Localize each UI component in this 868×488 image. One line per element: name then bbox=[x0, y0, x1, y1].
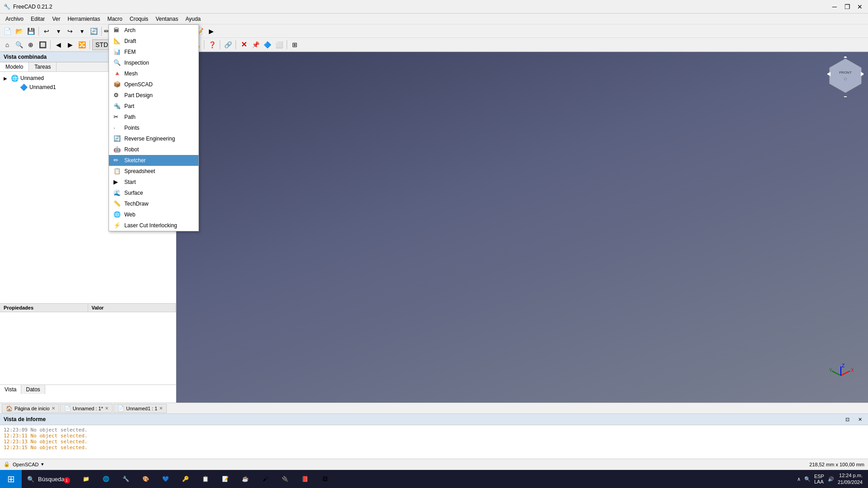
menu-ver[interactable]: Ver bbox=[48, 15, 64, 23]
taskbar-vscode[interactable]: 💙 bbox=[157, 470, 175, 488]
menu-herramientas[interactable]: Herramientas bbox=[64, 15, 104, 23]
report-controls: ⊡ ✕ bbox=[843, 415, 864, 424]
sketcher-btn3[interactable]: ⬜ bbox=[274, 39, 284, 50]
view-home-button[interactable]: ⌂ bbox=[2, 39, 13, 50]
undo-dropdown[interactable]: ▾ bbox=[53, 26, 64, 37]
tray-lang[interactable]: ESP LAA bbox=[814, 474, 824, 484]
menu-macro[interactable]: Macro bbox=[104, 15, 126, 23]
close-button[interactable]: ✕ bbox=[855, 2, 864, 11]
wb-item-fem[interactable]: 📊 FEM bbox=[109, 47, 198, 57]
taskbar-app6[interactable]: 📋 bbox=[197, 470, 215, 488]
dimensions-display: 218,52 mm x 100,00 mm bbox=[809, 462, 864, 467]
taskbar-start-button[interactable]: ⊞ bbox=[0, 470, 22, 488]
x-button[interactable]: ✕ bbox=[238, 39, 249, 50]
unnamed-tab-close[interactable]: ✕ bbox=[105, 406, 108, 411]
title-bar: 🔧 FreeCAD 0.21.2 ─ ❐ ✕ bbox=[0, 0, 868, 14]
taskbar-app9[interactable]: 🖼 bbox=[316, 470, 334, 488]
wb-item-arch[interactable]: 🏛 Arch bbox=[109, 25, 198, 36]
redo-dropdown[interactable]: ▾ bbox=[76, 26, 87, 37]
view-zoom-box-button[interactable]: 🔲 bbox=[37, 39, 48, 50]
open-button[interactable]: 📂 bbox=[14, 26, 24, 37]
wb-item-start[interactable]: ▶ Start bbox=[109, 177, 198, 188]
tray-volume[interactable]: 🔊 bbox=[828, 476, 834, 482]
wb-item-partdesign[interactable]: ⚙ Part Design bbox=[109, 90, 198, 101]
report-expand-button[interactable]: ⊡ bbox=[843, 415, 852, 424]
wb-openscad-icon: 📦 bbox=[113, 81, 121, 88]
wb-item-part[interactable]: 🔩 Part bbox=[109, 101, 198, 112]
unnamed1-tab-close[interactable]: ✕ bbox=[159, 406, 163, 411]
wb-item-draft[interactable]: 📐 Draft bbox=[109, 36, 198, 47]
taskbar-inkscape[interactable]: 🖌 bbox=[256, 470, 274, 488]
report-line-4: 12:23:15 No object selected. bbox=[4, 445, 864, 450]
separator-5 bbox=[90, 40, 90, 49]
help-button[interactable]: ❓ bbox=[207, 39, 217, 50]
wb-item-lasercut[interactable]: ⚡ Laser Cut Interlocking bbox=[109, 220, 198, 231]
app-icon: 🔧 bbox=[4, 4, 10, 10]
sync-view-button[interactable]: 🔀 bbox=[76, 39, 87, 50]
undo-button[interactable]: ↩ bbox=[41, 26, 52, 37]
sketcher-btn2[interactable]: 🔷 bbox=[262, 39, 273, 50]
taskbar-chrome[interactable]: 🌐 bbox=[97, 470, 115, 488]
restore-button[interactable]: ❐ bbox=[843, 2, 852, 11]
save-button[interactable]: 💾 bbox=[25, 26, 36, 37]
tray-expand[interactable]: ∧ bbox=[797, 476, 801, 482]
taskbar-search[interactable]: 🔍 Búsqueda 1 bbox=[22, 476, 74, 483]
tab-modelo[interactable]: Modelo bbox=[0, 62, 29, 71]
minimize-button[interactable]: ─ bbox=[830, 2, 839, 11]
refresh-button[interactable]: 🔄 bbox=[88, 26, 99, 37]
taskbar-file-explorer[interactable]: 📁 bbox=[77, 470, 95, 488]
svg-text:Y: Y bbox=[829, 368, 832, 373]
menu-ventanas[interactable]: Ventanas bbox=[152, 15, 182, 23]
wb-item-surface[interactable]: 🌊 Surface bbox=[109, 188, 198, 198]
taskbar-arduino[interactable]: 🔌 bbox=[276, 470, 294, 488]
wb-partdesign-label: Part Design bbox=[124, 92, 153, 99]
new-file-button[interactable]: 📄 bbox=[2, 26, 13, 37]
nav-cube[interactable]: FRONT ⬡ ▼ ▲ ▶ ◀ bbox=[827, 56, 863, 93]
prop-tab-datos[interactable]: Datos bbox=[21, 385, 45, 394]
menu-ayuda[interactable]: Ayuda bbox=[182, 15, 204, 23]
view-zoom-fit-button[interactable]: 🔍 bbox=[14, 39, 24, 50]
tab-tareas[interactable]: Tareas bbox=[29, 62, 57, 71]
wb-item-points[interactable]: · Points bbox=[109, 122, 198, 133]
menu-archivo[interactable]: Archivo bbox=[2, 15, 27, 23]
wb-item-inspection[interactable]: 🔍 Inspection bbox=[109, 57, 198, 68]
report-content: 12:23:09 No object selected. 12:23:11 No… bbox=[0, 425, 868, 459]
macro-play-button[interactable]: ▶ bbox=[206, 26, 217, 37]
wb-fem-label: FEM bbox=[124, 49, 136, 55]
menu-croquis[interactable]: Croquis bbox=[126, 15, 152, 23]
prop-tab-vista[interactable]: Vista bbox=[0, 385, 21, 394]
taskbar-kleopatra[interactable]: 🔑 bbox=[177, 470, 195, 488]
redo-button[interactable]: ↪ bbox=[65, 26, 75, 37]
wb-item-web[interactable]: 🌐 Web bbox=[109, 209, 198, 220]
bottom-tab-unnamed[interactable]: 📄 Unnamed : 1* ✕ bbox=[60, 404, 113, 413]
axis-indicator: X Y Z bbox=[827, 362, 854, 389]
home-tab-close[interactable]: ✕ bbox=[52, 406, 55, 411]
menu-editar[interactable]: Editar bbox=[27, 15, 48, 23]
taskbar-app7[interactable]: ☕ bbox=[236, 470, 255, 488]
sketcher-btn1[interactable]: 🔗 bbox=[222, 39, 233, 50]
taskbar-acrobat[interactable]: 📕 bbox=[296, 470, 314, 488]
bottom-tab-unnamed1[interactable]: 📄 Unnamed1 : 1 ✕ bbox=[113, 404, 167, 413]
nav-forward-button[interactable]: ▶ bbox=[65, 39, 75, 50]
wb-item-sketcher[interactable]: ✏ Sketcher bbox=[109, 155, 198, 166]
bottom-tabs: 🏠 Página de inicio ✕ 📄 Unnamed : 1* ✕ 📄 … bbox=[0, 403, 868, 413]
wb-item-reverse[interactable]: 🔄 Reverse Engineering bbox=[109, 133, 198, 144]
report-close-button[interactable]: ✕ bbox=[855, 415, 864, 424]
view-select-button[interactable]: ⊕ bbox=[25, 39, 36, 50]
wb-item-mesh[interactable]: 🔺 Mesh bbox=[109, 68, 198, 79]
wb-item-robot[interactable]: 🤖 Robot bbox=[109, 144, 198, 155]
wb-item-spreadsheet[interactable]: 📋 Spreadsheet bbox=[109, 166, 198, 177]
nav-back-button[interactable]: ◀ bbox=[53, 39, 64, 50]
detach-button[interactable]: 📌 bbox=[250, 39, 261, 50]
wb-item-path[interactable]: ✂ Path bbox=[109, 112, 198, 122]
taskbar-app4[interactable]: 🎨 bbox=[137, 470, 155, 488]
wb-item-openscad[interactable]: 📦 OpenSCAD bbox=[109, 79, 198, 90]
taskbar-word[interactable]: 📝 bbox=[217, 470, 235, 488]
wb-path-icon: ✂ bbox=[113, 113, 121, 121]
title-left: 🔧 FreeCAD 0.21.2 bbox=[4, 4, 52, 10]
bottom-tab-home[interactable]: 🏠 Página de inicio ✕ bbox=[2, 404, 59, 413]
wb-item-techdraw[interactable]: 📏 TechDraw bbox=[109, 198, 198, 209]
taskbar-app3[interactable]: 🔧 bbox=[117, 470, 135, 488]
grid-button[interactable]: ⊞ bbox=[289, 39, 300, 50]
svg-text:X: X bbox=[851, 368, 854, 373]
